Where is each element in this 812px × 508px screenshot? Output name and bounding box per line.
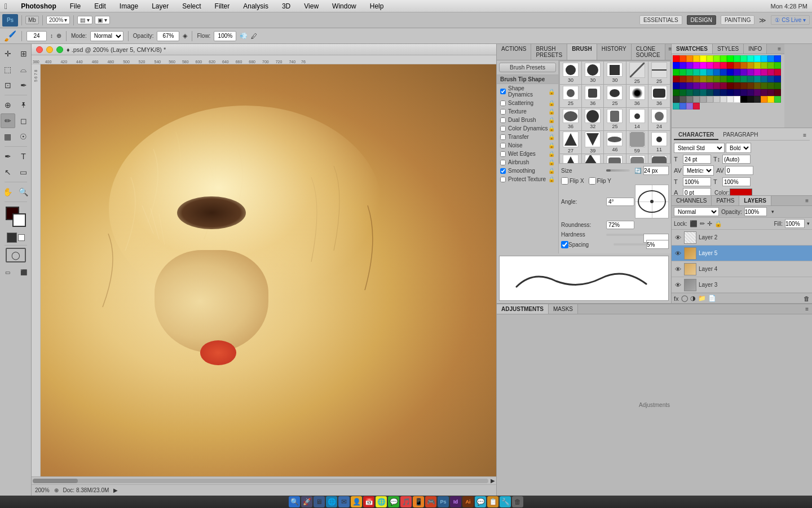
shape-lock-icon[interactable]: 🔒: [548, 89, 555, 95]
menu-3d[interactable]: 3D: [280, 2, 293, 10]
texture-lock-icon[interactable]: 🔒: [548, 108, 555, 115]
transfer-row[interactable]: Transfer 🔒: [497, 133, 558, 141]
painting-canvas[interactable]: [41, 64, 496, 476]
swatch-56[interactable]: [727, 76, 734, 82]
scroll-arrow-right[interactable]: ▶: [491, 478, 495, 484]
size-slider[interactable]: [606, 169, 630, 172]
dock-mail[interactable]: ✉: [338, 496, 350, 507]
swatch-79[interactable]: [774, 82, 781, 89]
swatch-58[interactable]: [740, 76, 747, 82]
window-maximize-btn[interactable]: [56, 46, 63, 53]
swatch-65[interactable]: [679, 82, 686, 89]
swatch-114[interactable]: [686, 103, 693, 110]
eraser-tool[interactable]: ◻: [16, 113, 31, 128]
tab-character[interactable]: CHARACTER: [674, 130, 718, 140]
brush-cell-17[interactable]: 46: [604, 131, 625, 154]
swatch-91[interactable]: [747, 89, 754, 96]
swatch-93[interactable]: [761, 89, 767, 96]
swatch-30[interactable]: [767, 62, 774, 69]
smoothing-checkbox[interactable]: [500, 168, 506, 174]
lock-all-icon[interactable]: 🔒: [714, 220, 722, 227]
noise-lock-icon[interactable]: 🔒: [548, 142, 555, 148]
swatch-2[interactable]: [686, 55, 693, 62]
swatch-18[interactable]: [686, 62, 693, 69]
swatch-3[interactable]: [693, 55, 700, 62]
swatch-59[interactable]: [747, 76, 754, 82]
swatch-101[interactable]: [707, 96, 713, 103]
dock-trash[interactable]: 🗑: [512, 496, 523, 507]
menu-window[interactable]: Window: [330, 2, 359, 10]
airbrush-checkbox[interactable]: [500, 160, 506, 165]
dock-launchpad[interactable]: 🚀: [301, 496, 312, 507]
menu-image[interactable]: Image: [117, 2, 140, 10]
dual-brush-row[interactable]: Dual Brush 🔒: [497, 116, 558, 124]
transfer-lock-icon[interactable]: 🔒: [548, 134, 555, 140]
spacing-checkbox[interactable]: [561, 241, 568, 248]
brush-cell-4[interactable]: 25: [648, 62, 670, 84]
swatch-115[interactable]: [693, 103, 700, 110]
swatch-51[interactable]: [693, 76, 700, 82]
swatch-75[interactable]: [747, 82, 754, 89]
scatter-lock-icon[interactable]: 🔒: [548, 100, 555, 106]
angle-input[interactable]: [606, 198, 634, 206]
swatch-84[interactable]: [700, 89, 707, 96]
swatch-99[interactable]: [693, 96, 700, 103]
swatches-menu[interactable]: ≡: [774, 44, 784, 54]
add-mask-icon[interactable]: ◯: [681, 295, 688, 302]
layer-row-layer5[interactable]: 👁 Layer 5: [672, 246, 812, 261]
flip-y-check[interactable]: Flip Y: [589, 177, 611, 185]
shape-dynamics-checkbox[interactable]: [500, 89, 506, 94]
swatch-7[interactable]: [720, 55, 727, 62]
layer-opacity-input[interactable]: [744, 207, 767, 216]
heal-tool[interactable]: ⊕: [1, 98, 15, 112]
design-btn[interactable]: DESIGN: [687, 15, 716, 25]
swatch-78[interactable]: [767, 82, 774, 89]
brush-cell-7[interactable]: 25: [604, 85, 625, 107]
swatch-13[interactable]: [761, 55, 767, 62]
dodge-tool[interactable]: ☉: [16, 129, 31, 144]
fullscreen-btn[interactable]: ⬛: [16, 265, 31, 279]
zoom-icon[interactable]: ⊕: [54, 487, 59, 493]
swatch-67[interactable]: [693, 82, 700, 89]
kerning-input[interactable]: [725, 166, 753, 175]
swatch-60[interactable]: [754, 76, 761, 82]
dual-brush-checkbox[interactable]: [500, 117, 506, 123]
brush-cell-0[interactable]: 30: [560, 62, 581, 84]
adjust-menu[interactable]: ≡: [802, 304, 812, 314]
scattering-row[interactable]: Scattering 🔒: [497, 99, 558, 107]
dock-calendar[interactable]: 📅: [363, 496, 374, 507]
opacity-arrow[interactable]: ▾: [771, 209, 774, 214]
new-layer-icon[interactable]: 📄: [708, 295, 716, 302]
swatch-105[interactable]: [734, 96, 740, 103]
dock-skype[interactable]: 💬: [475, 496, 486, 507]
brush-cell-9[interactable]: 36: [648, 85, 670, 107]
brush-cell-3[interactable]: 25: [626, 62, 648, 84]
standard-screen-btn[interactable]: ▭: [1, 265, 15, 279]
smoothing-row[interactable]: Smoothing 🔒: [497, 167, 558, 175]
texture-row[interactable]: Texture 🔒: [497, 107, 558, 116]
zoom-tool[interactable]: 🔍: [16, 185, 31, 199]
layer-row-layer4[interactable]: 👁 Layer 4: [672, 261, 812, 277]
brush-cell-23[interactable]: 44: [626, 154, 648, 163]
font-family-select[interactable]: Stencil Std: [674, 143, 725, 153]
swatch-102[interactable]: [713, 96, 720, 103]
tab-clone-source[interactable]: CLONE SOURCE: [632, 44, 665, 60]
smooth-lock-icon[interactable]: 🔒: [548, 168, 555, 174]
color-lock-icon[interactable]: 🔒: [548, 125, 555, 132]
apple-menu[interactable]: : [5, 2, 7, 11]
air-lock-icon[interactable]: 🔒: [548, 159, 555, 165]
swatch-49[interactable]: [679, 76, 686, 82]
lock-transparent-icon[interactable]: ⬛: [690, 220, 698, 227]
tab-channels[interactable]: CHANNELS: [672, 196, 712, 205]
swatch-107[interactable]: [747, 96, 754, 103]
wet-edges-checkbox[interactable]: [500, 151, 506, 157]
crop-tool[interactable]: ⊡: [1, 78, 15, 93]
swatch-44[interactable]: [754, 69, 761, 76]
eyedropper-tool[interactable]: ✒: [16, 78, 31, 93]
swatch-77[interactable]: [761, 82, 767, 89]
swatch-83[interactable]: [693, 89, 700, 96]
layer3-visibility-icon[interactable]: 👁: [674, 281, 682, 289]
opacity-icon[interactable]: ◈: [183, 32, 187, 40]
scale-h-input[interactable]: [683, 177, 711, 186]
move-tool[interactable]: ✛: [1, 46, 15, 61]
